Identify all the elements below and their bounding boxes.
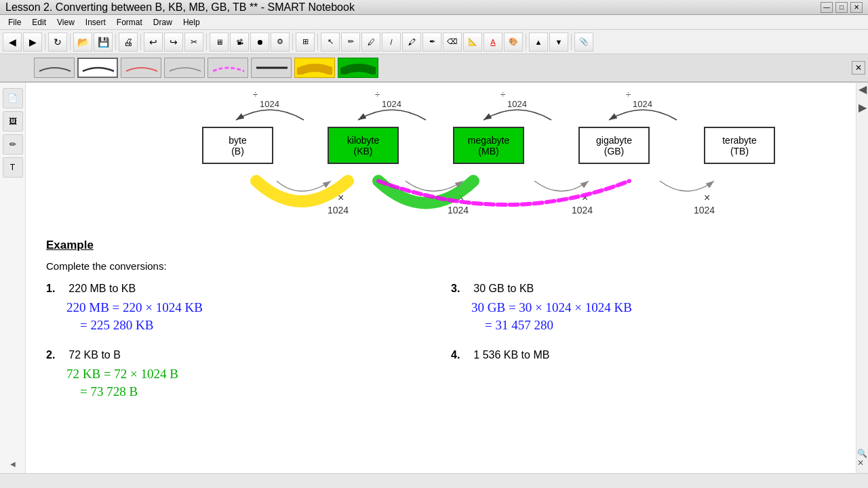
menu-insert[interactable]: Insert: [80, 16, 111, 28]
notebook-canvas: ÷ 1024 ÷ 1024 ÷ 1024 ÷ 1024 × 1024 ×: [26, 83, 856, 473]
svg-text:1024: 1024: [507, 99, 527, 109]
toolbar-separator8: [526, 34, 526, 50]
problem-1-line1: 220 MB = 220 × 1024 KB: [66, 300, 437, 315]
present-button[interactable]: 📽: [230, 33, 249, 52]
problem-3-line1: 30 GB = 30 × 1024 × 1024 KB: [471, 300, 842, 315]
problem-2-line2: = 73 728 B: [80, 384, 437, 399]
svg-text:÷: ÷: [626, 89, 631, 100]
highlighter-button[interactable]: 🖍: [402, 33, 421, 52]
nav-prev[interactable]: ◀: [859, 83, 867, 96]
line-style-yellow[interactable]: [294, 58, 335, 78]
menu-file[interactable]: File: [3, 16, 26, 28]
pen-button[interactable]: ✏: [341, 33, 360, 52]
toolbar-separator9: [571, 34, 572, 50]
unit-byte: byte (B): [202, 127, 273, 164]
line-style-5[interactable]: [208, 58, 248, 78]
svg-text:1024: 1024: [694, 205, 715, 216]
line-toolbar-close[interactable]: ✕: [852, 61, 865, 75]
menu-draw[interactable]: Draw: [148, 16, 178, 28]
pen3-button[interactable]: ✒: [422, 33, 441, 52]
screen-button[interactable]: 🖥: [210, 33, 229, 52]
svg-text:1024: 1024: [260, 99, 279, 109]
text-color-button[interactable]: A: [484, 33, 502, 52]
line-style-green[interactable]: [338, 58, 378, 78]
thumbnail-icon[interactable]: 🖼: [3, 111, 23, 131]
svg-text:1024: 1024: [382, 99, 401, 109]
close-button[interactable]: ✕: [850, 2, 863, 13]
svg-text:÷: ÷: [253, 89, 258, 100]
zoom-out[interactable]: ✕: [857, 458, 867, 468]
toolbar-separator7: [317, 34, 318, 50]
menu-format[interactable]: Format: [111, 16, 148, 28]
menu-help[interactable]: Help: [178, 16, 205, 28]
right-sidebar: ◀ ▶ 🔍 ✕: [856, 83, 868, 473]
open-button[interactable]: 📂: [73, 33, 92, 52]
size-down-button[interactable]: ▼: [549, 33, 568, 52]
toolbar-separator: [45, 34, 45, 50]
example-subtitle: Complete the conversions:: [46, 260, 842, 272]
undo-button[interactable]: ↩: [144, 33, 163, 52]
problem-1-number: 1.: [46, 283, 55, 295]
title-bar: Lesson 2. Converting between B, KB, MB, …: [0, 0, 868, 15]
maximize-button[interactable]: □: [835, 2, 848, 13]
left-sidebar: 📄 🖼 ✏ T ◀: [0, 83, 26, 473]
status-bar: [0, 473, 868, 488]
print-button[interactable]: 🖨: [119, 33, 138, 52]
line-style-1[interactable]: [34, 58, 75, 78]
line-style-4[interactable]: [164, 58, 205, 78]
side-arrow[interactable]: ◀: [9, 460, 16, 468]
problem-3: 3. 30 GB to KB 30 GB = 30 × 1024 × 1024 …: [451, 283, 842, 336]
nav-next[interactable]: ▶: [859, 101, 867, 114]
pen-side-icon[interactable]: ✏: [3, 134, 23, 155]
line-style-6[interactable]: [251, 58, 292, 78]
unit-kilobyte: kilobyte (KB): [328, 127, 399, 164]
refresh-button[interactable]: ↻: [48, 33, 67, 52]
main-area: 📄 🖼 ✏ T ◀ ÷ 1024 ÷ 1024 ÷ 1024: [0, 83, 868, 473]
page-icon[interactable]: 📄: [3, 88, 23, 108]
fill-button[interactable]: 🎨: [504, 33, 523, 52]
svg-text:÷: ÷: [375, 89, 380, 100]
problem-3-header: 3. 30 GB to KB: [451, 283, 842, 295]
compass-button[interactable]: 📐: [463, 33, 482, 52]
text-side-icon[interactable]: T: [3, 157, 23, 178]
example-title: Example: [46, 239, 842, 252]
line-button[interactable]: /: [382, 33, 401, 52]
select-button[interactable]: ↖: [321, 33, 340, 52]
pen2-button[interactable]: 🖊: [361, 33, 380, 52]
svg-text:1024: 1024: [633, 99, 652, 109]
problem-4: 4. 1 536 KB to MB: [451, 349, 842, 402]
attach-button[interactable]: 📎: [574, 33, 593, 52]
tools-button[interactable]: ⚙: [271, 33, 290, 52]
forward-button[interactable]: ▶: [23, 33, 42, 52]
problem-1-header: 1. 220 MB to KB: [46, 283, 437, 295]
problem-2-header: 2. 72 KB to B: [46, 349, 437, 361]
right-side-icons: 🔍 ✕: [857, 449, 867, 468]
line-style-2[interactable]: [77, 58, 118, 78]
line-style-3[interactable]: [121, 58, 161, 78]
zoom-in[interactable]: 🔍: [857, 449, 867, 458]
save-button[interactable]: 💾: [94, 33, 113, 52]
problem-3-work: 30 GB = 30 × 1024 × 1024 KB = 31 457 280: [471, 300, 842, 333]
minimize-button[interactable]: —: [821, 2, 833, 13]
back-button[interactable]: ◀: [3, 33, 22, 52]
problem-4-header: 4. 1 536 KB to MB: [451, 349, 842, 361]
unit-gigabyte: gigabyte (GB): [578, 127, 650, 164]
problems-grid: 1. 220 MB to KB 220 MB = 220 × 1024 KB =…: [46, 283, 842, 402]
svg-text:÷: ÷: [500, 89, 505, 100]
toolbar-separator6: [292, 34, 293, 50]
problem-2-text: 72 KB to B: [68, 349, 121, 361]
menu-edit[interactable]: Edit: [26, 16, 52, 28]
main-toolbar: ◀ ▶ ↻ 📂 💾 🖨 ↩ ↪ ✂ 🖥 📽 ⏺ ⚙ ⊞ ↖ ✏ 🖊 / 🖍 ✒ …: [0, 30, 868, 54]
record-button[interactable]: ⏺: [250, 33, 269, 52]
unit-boxes-row: byte (B) kilobyte (KB) megabyte (MB) gig…: [202, 127, 775, 164]
redo-button[interactable]: ↪: [164, 33, 183, 52]
unit-megabyte: megabyte (MB): [453, 127, 524, 164]
table-button[interactable]: ⊞: [296, 33, 315, 52]
problem-3-text: 30 GB to KB: [473, 283, 534, 295]
menu-view[interactable]: View: [52, 16, 80, 28]
svg-text:×: ×: [704, 192, 710, 203]
cut-button[interactable]: ✂: [184, 33, 203, 52]
eraser-button[interactable]: ⌫: [443, 33, 462, 52]
problem-1-work: 220 MB = 220 × 1024 KB = 225 280 KB: [66, 300, 437, 333]
size-up-button[interactable]: ▲: [529, 33, 548, 52]
